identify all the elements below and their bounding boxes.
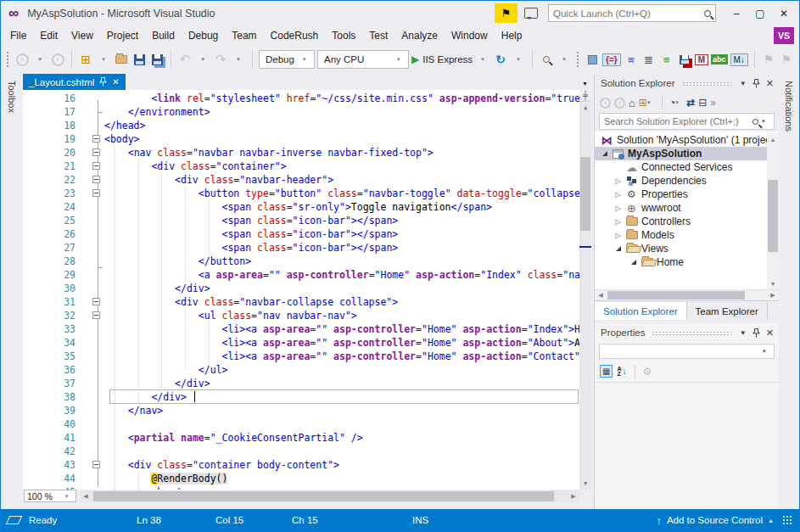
navigate-back-icon[interactable]: ‹ xyxy=(14,49,30,70)
property-pages-icon[interactable]: ⚙ xyxy=(643,366,652,378)
expand-arrow-icon[interactable]: ▷ xyxy=(612,191,624,199)
tree-item-myaspsolution[interactable]: MyAspSolution xyxy=(595,147,779,160)
code-text[interactable]: <li><a asp-area="" asp-controller="Home"… xyxy=(104,337,591,349)
start-debug-dropdown-icon[interactable]: ▾ xyxy=(475,49,490,70)
code-text[interactable]: <span class="icon-bar"></span> xyxy=(104,228,591,240)
start-debug-button[interactable]: ▶IIS Express xyxy=(411,49,473,70)
document-tab[interactable]: _Layout.cshtml ✕ xyxy=(23,74,126,90)
resize-grip[interactable] xyxy=(782,515,792,525)
tree-item-views[interactable]: Views xyxy=(595,242,779,255)
outline-margin[interactable] xyxy=(89,105,104,119)
solution-search-input[interactable] xyxy=(604,116,749,126)
pen-1-icon[interactable]: ⚑ xyxy=(761,49,776,70)
collapse-box-icon[interactable] xyxy=(92,162,100,170)
code-line-24[interactable]: 24 <span class="sr-only">Toggle navigati… xyxy=(23,200,591,214)
expand-arrow-icon[interactable]: ▷ xyxy=(612,177,624,185)
outline-margin[interactable] xyxy=(89,322,104,336)
outline-margin[interactable] xyxy=(89,417,104,431)
collapse-box-icon[interactable] xyxy=(92,461,100,468)
back-icon[interactable]: ‹ xyxy=(600,98,611,109)
code-text[interactable]: <hr /> xyxy=(104,486,591,490)
scroll-down-icon[interactable]: ▼ xyxy=(767,277,779,289)
tab-list-dropdown-icon[interactable]: ▼ xyxy=(582,81,588,87)
code-line-38[interactable]: 38 </div> xyxy=(23,390,591,404)
outline-margin[interactable] xyxy=(89,282,104,295)
outline-margin[interactable] xyxy=(89,404,104,417)
vscroll-thumb[interactable] xyxy=(580,157,590,231)
pen-2-icon[interactable]: ⚑ xyxy=(779,49,794,70)
code-text[interactable]: <body> xyxy=(104,133,591,145)
hscroll-thumb[interactable] xyxy=(93,491,554,501)
tree-vscroll-thumb[interactable] xyxy=(768,180,778,252)
outline-margin[interactable] xyxy=(89,200,104,214)
menu-debug[interactable]: Debug xyxy=(182,27,225,44)
code-line-16[interactable]: 16 <link rel="stylesheet" href="~/css/si… xyxy=(23,92,591,105)
find-dropdown-icon[interactable]: ▾ xyxy=(557,49,572,70)
code-text[interactable]: <div class="container"> xyxy=(104,160,591,172)
search-dropdown-icon[interactable]: ▾ xyxy=(762,118,769,125)
code-text[interactable]: </div> xyxy=(104,391,591,403)
menu-help[interactable]: Help xyxy=(495,27,529,44)
navigate-forward-icon[interactable]: › xyxy=(50,49,65,70)
scroll-left-icon[interactable]: ◀ xyxy=(80,493,92,500)
outline-margin[interactable] xyxy=(89,309,104,322)
code-line-37[interactable]: 37 </div> xyxy=(23,377,591,390)
panel-grip[interactable] xyxy=(652,331,730,335)
pin-icon[interactable] xyxy=(99,77,107,87)
code-line-35[interactable]: 35 <li><a asp-area="" asp-controller="Ho… xyxy=(23,350,591,363)
undo-icon[interactable]: ↶ xyxy=(177,49,193,70)
member-m-icon[interactable]: M xyxy=(695,54,708,65)
code-line-41[interactable]: 41 <partial name="_CookieConsentPartial"… xyxy=(23,431,591,445)
outline-margin[interactable] xyxy=(89,268,104,282)
tab-solution-explorer[interactable]: Solution Explorer xyxy=(595,302,687,320)
code-line-30[interactable]: 30 </div> xyxy=(23,282,591,295)
source-control-button[interactable]: ↑ Add to Source Control ▲ xyxy=(656,514,774,527)
tree-item-controllers[interactable]: ▷Controllers xyxy=(595,215,779,228)
tab-team-explorer[interactable]: Team Explorer xyxy=(687,302,768,320)
toolbox-tab-strip[interactable]: Toolbox xyxy=(1,74,23,509)
code-text[interactable]: <span class="icon-bar"></span> xyxy=(104,242,591,254)
outline-margin[interactable] xyxy=(89,214,104,227)
outline-margin[interactable] xyxy=(89,255,104,268)
code-text[interactable]: </environment> xyxy=(104,106,591,118)
code-line-28[interactable]: 28 </button> xyxy=(23,255,591,268)
code-line-27[interactable]: 27 <span class="icon-bar"></span> xyxy=(23,241,591,255)
menu-tools[interactable]: Tools xyxy=(325,27,362,44)
pending-changes-filter-icon[interactable]: ◔▾ xyxy=(669,97,683,109)
scroll-left-icon[interactable]: ◀ xyxy=(595,292,607,299)
restart-icon[interactable]: ↻ xyxy=(493,49,508,70)
outline-margin[interactable] xyxy=(89,431,104,445)
save-all-icon[interactable] xyxy=(149,49,165,70)
code-line-23[interactable]: 23 <button type="button" class="navbar-t… xyxy=(23,187,591,200)
outline-margin[interactable] xyxy=(89,390,104,404)
outline-margin[interactable] xyxy=(89,241,104,255)
menu-test[interactable]: Test xyxy=(362,27,394,44)
panel-menu-icon[interactable]: ▼ xyxy=(738,329,748,337)
outline-margin[interactable] xyxy=(89,187,104,200)
save-icon[interactable] xyxy=(131,49,147,70)
code-text[interactable]: <nav class="navbar navbar-inverse navbar… xyxy=(104,147,591,159)
code-line-36[interactable]: 36 </ul> xyxy=(23,363,591,377)
redo-dropdown-icon[interactable]: ▾ xyxy=(231,49,246,70)
code-line-18[interactable]: 18</head> xyxy=(23,119,591,132)
switch-views-icon[interactable]: ⊞▾ xyxy=(639,97,655,109)
tree-item-home[interactable]: Home xyxy=(595,255,779,269)
display-markers-icon[interactable]: ≡ xyxy=(659,49,674,70)
cube-icon[interactable] xyxy=(585,49,600,70)
toolbar-grip[interactable] xyxy=(6,51,10,68)
tree-horizontal-scrollbar[interactable]: ◀ ▶ xyxy=(595,289,779,300)
expand-arrow-icon[interactable]: ▷ xyxy=(612,232,624,239)
scroll-right-icon[interactable]: ▶ xyxy=(568,493,579,500)
new-project-dropdown-icon[interactable]: ▾ xyxy=(96,49,111,70)
undo-dropdown-icon[interactable]: ▾ xyxy=(195,49,210,70)
code-text[interactable]: <li><a asp-area="" asp-controller="Home"… xyxy=(104,350,591,362)
outline-margin[interactable] xyxy=(89,132,104,146)
code-text[interactable]: </nav> xyxy=(104,405,591,417)
menu-file[interactable]: File xyxy=(3,27,33,44)
collapse-arrow-icon[interactable] xyxy=(627,260,640,265)
debug-target-combo[interactable]: Debug▾ xyxy=(259,50,315,69)
minimize-button[interactable]: – xyxy=(724,3,748,23)
close-button[interactable]: ✕ xyxy=(772,3,796,23)
format-braces-icon[interactable]: {=} xyxy=(602,53,621,66)
outline-margin[interactable] xyxy=(89,160,104,173)
